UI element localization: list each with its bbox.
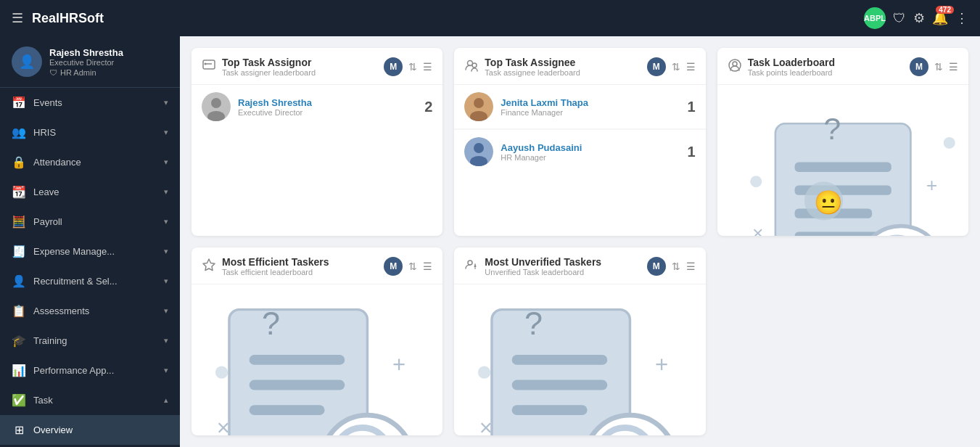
card-controls: M ⇅ ☰ (384, 257, 432, 276)
topnav: ☰ RealHRSoft ABPL 🛡 ⚙ 🔔 472 ⋮ (0, 0, 980, 36)
card-title: Task Loaderboard (748, 57, 835, 68)
filter-icon[interactable]: ☰ (423, 261, 432, 272)
card-subtitle: Task assignee leaderboard (485, 68, 580, 77)
filter-icon[interactable]: ☰ (686, 61, 696, 73)
chevron-icon: ▾ (164, 157, 168, 167)
svg-rect-48 (512, 405, 588, 415)
sort-icon[interactable]: ⇅ (408, 61, 417, 73)
svg-point-4 (211, 98, 221, 108)
card-subtitle: Task efficient leaderboard (222, 268, 329, 276)
chevron-icon: ▾ (164, 187, 168, 197)
card-most-unverified-taskers: Most Unverified Taskers Unverified Task … (454, 247, 705, 435)
hamburger-icon[interactable]: ☰ (12, 10, 23, 26)
user-info: Rajesh Shrestha Executive Director 🛡 HR … (49, 47, 168, 77)
card-header: Most Efficient Taskers Task efficient le… (192, 247, 442, 284)
card-badge[interactable]: M (647, 257, 666, 276)
card-badge[interactable]: M (647, 57, 666, 76)
card-controls: M ⇅ ☰ (647, 57, 696, 76)
hris-icon: 👥 (12, 126, 26, 139)
settings-icon[interactable]: ⚙ (913, 10, 925, 26)
payroll-icon: 🧮 (12, 215, 26, 229)
events-icon: 📅 (12, 96, 26, 110)
person-avatar (464, 137, 493, 166)
chevron-icon: ▾ (164, 247, 168, 256)
filter-icon[interactable]: ☰ (686, 261, 696, 272)
svg-rect-35 (250, 405, 325, 415)
svg-point-7 (472, 63, 477, 67)
card-icon (464, 58, 479, 76)
svg-point-55 (478, 366, 490, 379)
person-count: 1 (688, 99, 696, 115)
card-badge[interactable]: M (910, 57, 928, 76)
sort-icon[interactable]: ⇅ (672, 61, 680, 73)
card-title-wrap: Task Loaderboard Task points leaderboard (728, 57, 835, 77)
no-data-state: ? 😐 × + + No data available at the momen… (717, 85, 968, 236)
card-subtitle: Task points leaderboard (748, 68, 835, 77)
sort-icon[interactable]: ⇅ (408, 261, 417, 272)
person-info: Rajesh Shrestha Executive Director (238, 97, 417, 117)
leave-icon: 📆 (12, 185, 26, 199)
assessments-icon: 📋 (12, 304, 26, 318)
shield-icon: 🛡 (893, 11, 906, 26)
task-icon: ✅ (12, 393, 26, 407)
card-badge[interactable]: M (384, 57, 403, 76)
person-role: Executive Director (238, 108, 417, 117)
user-role: 🛡 HR Admin (49, 68, 168, 77)
svg-point-12 (474, 143, 484, 153)
card-controls: M ⇅ ☰ (647, 257, 696, 276)
sort-icon[interactable]: ⇅ (672, 261, 680, 272)
chevron-icon: ▾ (164, 98, 168, 107)
svg-text:+: + (392, 352, 405, 377)
svg-point-43 (468, 261, 472, 265)
sidebar-item-recruitment[interactable]: 👤Recruitment & Sel... ▾ (0, 266, 180, 296)
card-title-wrap: Top Task Assignee Task assignee leaderbo… (464, 57, 580, 77)
recruitment-icon: 👤 (12, 274, 26, 288)
attendance-icon: 🔒 (12, 155, 26, 169)
sort-icon[interactable]: ⇅ (934, 61, 943, 73)
card-title: Most Unverified Taskers (485, 256, 601, 268)
person-info: Jenita Laxmi Thapa Finance Manager (501, 97, 680, 117)
card-header: Top Task Assignee Task assignee leaderbo… (454, 48, 705, 85)
card-task-leaderboard: Task Loaderboard Task points leaderboard… (717, 48, 968, 236)
card-icon (202, 58, 216, 76)
card-badge[interactable]: M (384, 257, 403, 276)
notifications-wrap[interactable]: 🔔 472 (932, 10, 948, 26)
more-options-icon[interactable]: ⋮ (955, 10, 968, 26)
overview-icon: ⊞ (12, 423, 26, 437)
person-avatar (202, 92, 231, 121)
svg-rect-32 (229, 310, 367, 435)
chevron-icon: ▾ (164, 276, 168, 286)
card-title-wrap: Most Unverified Taskers Unverified Task … (464, 256, 601, 276)
card-header: Most Unverified Taskers Unverified Task … (454, 247, 705, 284)
svg-rect-33 (250, 355, 345, 365)
svg-point-9 (474, 98, 484, 108)
sidebar-item-expense[interactable]: 🧾Expense Manage... ▾ (0, 237, 180, 266)
sidebar-item-training[interactable]: 🎓Training ▾ (0, 326, 180, 356)
svg-text:😐: 😐 (814, 189, 843, 216)
person-row: Rajesh Shrestha Executive Director 2 (192, 85, 442, 128)
sidebar-item-performance[interactable]: 📊Performance App... ▾ (0, 356, 180, 385)
filter-icon[interactable]: ☰ (423, 61, 432, 73)
sidebar-item-attendance[interactable]: 🔒Attendance ▾ (0, 147, 180, 177)
card-title: Most Efficient Taskers (222, 256, 329, 268)
svg-text:?: ? (524, 305, 543, 342)
sidebar-item-events[interactable]: 📅Events ▾ (0, 88, 180, 118)
sidebar-item-overview[interactable]: ⊞Overview (0, 415, 180, 445)
no-data-state: ? × + (192, 284, 442, 435)
org-badge[interactable]: ABPL (864, 7, 886, 29)
chevron-icon: ▾ (164, 217, 168, 226)
sidebar-item-task[interactable]: ✅Task ▴ (0, 385, 180, 415)
sidebar-item-leave[interactable]: 📆Leave ▾ (0, 177, 180, 207)
person-name: Rajesh Shrestha (238, 97, 417, 108)
person-count: 1 (688, 144, 696, 160)
sidebar-item-payroll[interactable]: 🧮Payroll ▾ (0, 207, 180, 237)
sidebar-item-assessments[interactable]: 📋Assessments ▾ (0, 296, 180, 326)
filter-icon[interactable]: ☰ (949, 61, 958, 73)
person-count: 2 (424, 99, 432, 115)
no-data-state: ? × + (454, 284, 705, 435)
sidebar-item-hris[interactable]: 👥HRIS ▾ (0, 118, 180, 147)
card-most-efficient-taskers: Most Efficient Taskers Task efficient le… (192, 247, 442, 435)
svg-text:+: + (655, 352, 668, 377)
card-controls: M ⇅ ☰ (384, 57, 432, 76)
svg-rect-47 (512, 380, 608, 390)
